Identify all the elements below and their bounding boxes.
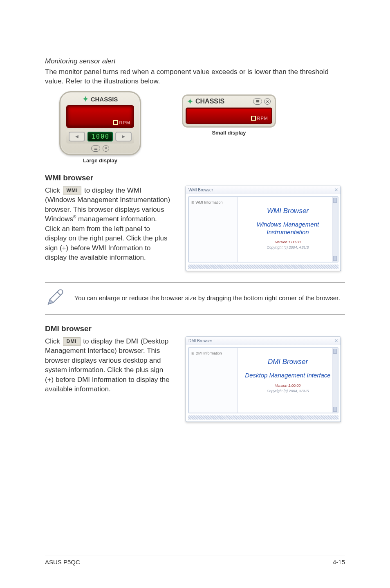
wmi-copyright: Copyright (c) 2004, ASUS: [267, 245, 309, 249]
arrow-left-icon[interactable]: ◄: [69, 132, 85, 141]
rpm-label: RPM: [251, 116, 268, 121]
dmi-two-col: Click DMI to display the DMI (Desktop Ma…: [45, 337, 345, 422]
note-text: You can enlarge or reduce the browser si…: [74, 294, 340, 303]
green-lcd: 1000: [87, 132, 113, 141]
rpm-label: RPM: [113, 120, 130, 125]
dmi-window-titlebar: DMI Browser ✕: [186, 337, 341, 345]
wmi-text: Click WMI to display the WMI (Windows Ma…: [45, 186, 173, 263]
wmi-heading: WMI browser: [45, 173, 345, 182]
wmi-version: Version 1.00.00: [275, 240, 301, 244]
dmi-p1a: Click: [45, 337, 62, 345]
dmi-heading: DMI browser: [45, 324, 345, 333]
small-header: ✦ CHASSIS ☰ ✕: [186, 97, 272, 108]
dmi-tree-panel[interactable]: DMI Information: [189, 348, 238, 413]
fan-icon: ✦: [187, 97, 193, 106]
wmi-window-titlebar: WMI Browser ✕: [186, 186, 341, 194]
wmi-window-col: WMI Browser ✕ WMI Information WMI Browse…: [186, 186, 345, 271]
monitoring-body: The monitor panel turns red when a compo…: [45, 67, 345, 86]
dmi-content-panel: DMI Browser Desktop Management Interface…: [238, 348, 338, 413]
mid-strip: ◄ 1000 ►: [66, 130, 134, 144]
rpm-square-icon: [113, 120, 118, 125]
note-block: You can enlarge or reduce the browser si…: [45, 283, 345, 314]
rpm-square-icon: [251, 116, 256, 121]
wmi-window-body: WMI Information WMI Browser Windows Mana…: [188, 196, 338, 263]
display-row: ✦ CHASSIS RPM ◄ 1000 ► ☰ ✕ Large display: [59, 91, 345, 164]
monitoring-heading: Monitoring sensor alert: [45, 57, 345, 65]
wmi-content-title: WMI Browser: [267, 207, 309, 215]
close-icon[interactable]: ✕: [103, 145, 109, 152]
scrollbar[interactable]: [332, 348, 338, 413]
wmi-chip-button[interactable]: WMI: [63, 186, 82, 195]
dmi-version: Version 1.00.00: [275, 384, 301, 388]
scrollbar[interactable]: [332, 197, 338, 262]
registered-mark: ®: [73, 215, 76, 220]
fan-icon: ✦: [83, 95, 88, 103]
window-title-text: DMI Browser: [188, 339, 212, 343]
large-display-wrap: ✦ CHASSIS RPM ◄ 1000 ► ☰ ✕ Large display: [59, 91, 141, 164]
chassis-label: CHASSIS: [195, 98, 224, 105]
dmi-browser-window: DMI Browser ✕ DMI Information DMI Browse…: [186, 337, 341, 422]
wmi-browser-window: WMI Browser ✕ WMI Information WMI Browse…: [186, 186, 341, 271]
dmi-window-col: DMI Browser ✕ DMI Information DMI Browse…: [186, 337, 345, 422]
resize-handle[interactable]: [188, 415, 338, 420]
large-red-lcd: RPM: [66, 105, 134, 128]
page-footer: ASUS P5QC 4-15: [45, 556, 345, 566]
window-close-icon[interactable]: ✕: [334, 338, 338, 343]
dmi-tree-item[interactable]: DMI Information: [191, 351, 235, 355]
small-caption: Small display: [212, 130, 246, 136]
large-panel-title: ✦ CHASSIS: [61, 93, 140, 104]
footer-right: 4-15: [333, 559, 345, 566]
dmi-content-title: DMI Browser: [268, 358, 308, 366]
pencil-icon: [45, 288, 65, 309]
wmi-content-panel: WMI Browser Windows Management Instrumen…: [238, 197, 338, 262]
small-display-wrap: ✦ CHASSIS ☰ ✕ RPM Small display: [182, 91, 276, 136]
wmi-content-sub: Windows Management Instrumentation: [238, 221, 338, 236]
dmi-text: Click DMI to display the DMI (Desktop Ma…: [45, 337, 173, 394]
toggle-icon[interactable]: ☰: [91, 145, 100, 152]
rpm-text: RPM: [119, 120, 130, 125]
resize-handle[interactable]: [188, 265, 338, 269]
wmi-two-col: Click WMI to display the WMI (Windows Ma…: [45, 186, 345, 271]
small-chassis-panel: ✦ CHASSIS ☰ ✕ RPM: [182, 94, 276, 128]
svg-line-0: [57, 292, 61, 295]
rpm-text: RPM: [257, 116, 268, 121]
dmi-window-body: DMI Information DMI Browser Desktop Mana…: [188, 347, 338, 413]
chassis-label: CHASSIS: [91, 96, 118, 103]
dmi-copyright: Copyright (c) 2004, ASUS: [267, 389, 309, 393]
bottom-icons: ☰ ✕: [61, 144, 140, 152]
window-title-text: WMI Browser: [188, 188, 213, 192]
window-close-icon[interactable]: ✕: [334, 187, 338, 193]
wmi-p1a: Click: [45, 186, 62, 194]
wmi-tree-item[interactable]: WMI Information: [191, 200, 235, 204]
dmi-chip-button[interactable]: DMI: [63, 337, 81, 346]
footer-left: ASUS P5QC: [45, 559, 80, 566]
arrow-right-icon[interactable]: ►: [115, 132, 132, 141]
large-chassis-panel: ✦ CHASSIS RPM ◄ 1000 ► ☰ ✕: [59, 91, 141, 155]
small-red-lcd: RPM: [186, 108, 272, 124]
wmi-tree-panel[interactable]: WMI Information: [189, 197, 238, 262]
large-caption: Large display: [83, 157, 117, 164]
toggle-icon[interactable]: ☰: [253, 98, 262, 105]
close-icon[interactable]: ✕: [264, 98, 271, 105]
dmi-content-sub: Desktop Management Interface: [245, 372, 330, 379]
